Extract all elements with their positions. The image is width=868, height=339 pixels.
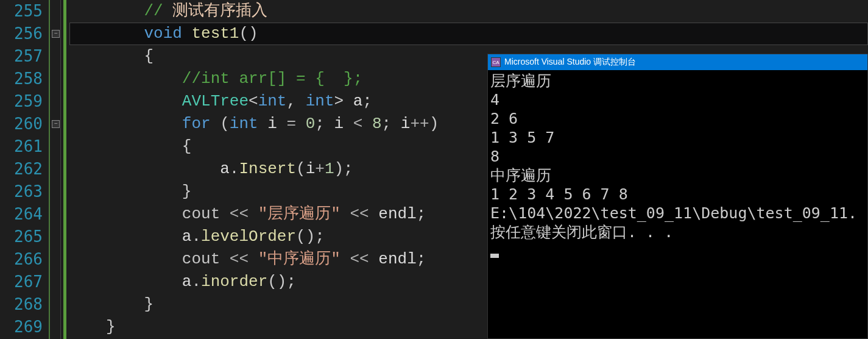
token-string: "层序遍历" [258, 205, 340, 223]
token-ident [249, 250, 258, 268]
token-ident [362, 115, 372, 133]
line-number: 259 [0, 90, 49, 113]
line-number: 267 [0, 271, 49, 293]
token-cout: cout [182, 250, 230, 268]
token-ident: a [220, 160, 230, 178]
line-number: 262 [0, 158, 49, 180]
console-line: 4 [490, 90, 865, 109]
token-punct: ); [334, 160, 353, 178]
token-punct: () [239, 24, 258, 43]
token-punct: ( [211, 115, 230, 133]
token-num: 0 [306, 115, 316, 133]
token-ident [296, 115, 306, 133]
token-punct: } [182, 182, 192, 201]
token-punct: ; [315, 115, 334, 133]
token-comment: //int arr[] = { }; [182, 70, 362, 88]
token-op: + [315, 160, 325, 178]
line-number: 260 [0, 113, 49, 135]
fold-toggle-icon[interactable]: − [52, 120, 60, 128]
code-line[interactable]: void test1() [69, 23, 868, 45]
console-line: 1 2 3 4 5 6 7 8 [490, 185, 865, 204]
line-number: 256 [0, 23, 49, 45]
token-num: 1 [325, 160, 334, 178]
token-punct: (); [267, 273, 296, 291]
console-output[interactable]: 层序遍历42 61 3 5 78中序遍历1 2 3 4 5 6 7 8E:\10… [488, 70, 867, 262]
token-keyword: int [230, 115, 258, 133]
line-number: 268 [0, 293, 49, 316]
line-number: 265 [0, 226, 49, 248]
token-cout: cout [182, 205, 230, 223]
debug-console-window[interactable]: CA Microsoft Visual Studio 调试控制台 层序遍历42 … [487, 54, 868, 339]
console-line: 2 6 [490, 109, 865, 128]
token-string: "中序遍历" [258, 250, 340, 268]
line-number-gutter: 2552562572582592602612622632642652662672… [0, 0, 49, 339]
token-op: = [286, 115, 296, 133]
token-func: inorder [201, 273, 267, 291]
console-app-icon: CA [491, 57, 501, 67]
token-punct: , [286, 92, 305, 110]
token-keyword: void [144, 24, 182, 43]
console-title: Microsoft Visual Studio 调试控制台 [504, 57, 636, 68]
console-cursor [490, 254, 499, 258]
token-punct: ( [296, 160, 306, 178]
token-ident [340, 205, 350, 223]
fold-gutter[interactable]: −− [49, 0, 61, 339]
console-line: 1 3 5 7 [490, 128, 865, 147]
line-number: 269 [0, 316, 49, 338]
token-num: 8 [372, 115, 382, 133]
console-titlebar[interactable]: CA Microsoft Visual Studio 调试控制台 [488, 54, 867, 70]
token-func: test1 [191, 24, 239, 43]
token-ident [249, 205, 258, 223]
fold-toggle-icon[interactable]: − [52, 30, 60, 38]
token-punct: } [144, 295, 153, 313]
token-punct: > [334, 92, 353, 110]
token-punct: . [230, 160, 239, 178]
console-line: 8 [490, 147, 865, 166]
console-line: 按任意键关闭此窗口. . . [490, 223, 865, 241]
change-indicator [63, 0, 66, 339]
token-punct: . [191, 227, 201, 246]
token-punct: { [144, 47, 153, 65]
token-ident: endl [369, 205, 417, 223]
token-punct: { [182, 137, 192, 155]
token-comment-cjk: 测试有序插入 [172, 2, 267, 20]
token-punct: < [249, 92, 258, 110]
token-func: levelOrder [201, 227, 296, 246]
line-number: 255 [0, 0, 49, 23]
token-ident: i [306, 160, 316, 178]
token-op: ++ [410, 115, 429, 133]
token-punct: ; [417, 205, 426, 223]
token-ident: a [182, 227, 192, 246]
line-number: 258 [0, 68, 49, 90]
code-line[interactable]: // 测试有序插入 [69, 0, 868, 23]
token-op: << [230, 205, 249, 223]
token-ident [340, 250, 350, 268]
token-punct: . [191, 273, 201, 291]
token-ident: endl [369, 250, 417, 268]
token-punct: ; [417, 250, 426, 268]
token-ident: i [401, 115, 411, 133]
token-punct: ) [429, 115, 439, 133]
token-keyword: int [306, 92, 334, 110]
console-line: E:\104\2022\test_09_11\Debug\test_09_11. [490, 204, 865, 223]
token-ident: a [182, 273, 192, 291]
token-ident: a [353, 92, 363, 110]
line-number: 266 [0, 248, 49, 271]
token-punct: (); [296, 227, 325, 246]
token-op: << [230, 250, 249, 268]
token-keyword: for [182, 115, 211, 133]
console-line: 层序遍历 [490, 71, 865, 90]
token-keyword: int [258, 92, 287, 110]
token-ident [182, 24, 192, 43]
token-comment: // [144, 2, 172, 20]
token-op: << [350, 205, 369, 223]
change-margin [61, 0, 69, 339]
token-punct: } [106, 318, 116, 336]
console-line: 中序遍历 [490, 166, 865, 185]
token-ident: i [258, 115, 287, 133]
line-number: 261 [0, 135, 49, 158]
token-op: < [353, 115, 363, 133]
line-number: 264 [0, 203, 49, 226]
token-punct: ; [362, 92, 372, 110]
token-func: Insert [239, 160, 296, 178]
